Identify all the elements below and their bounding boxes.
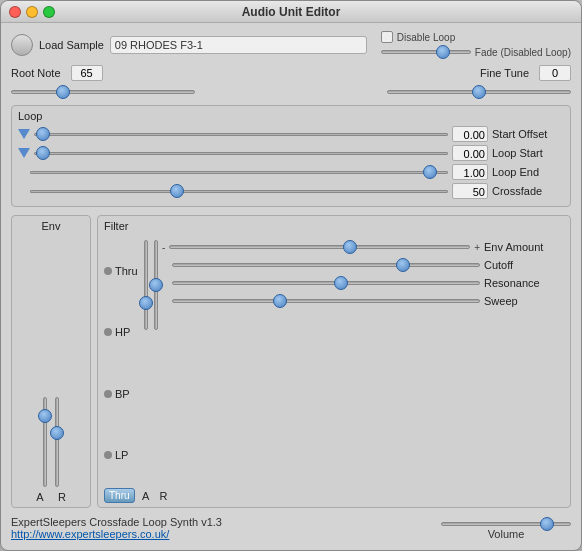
loop-start-label: Loop Start [492,147,564,159]
root-note-slider-thumb[interactable] [56,85,70,99]
start-offset-track[interactable] [34,133,448,136]
crossfade-label: Crossfade [492,185,564,197]
env-a-thumb[interactable] [38,409,52,423]
env-r-track[interactable] [55,397,59,487]
fine-tune-slider[interactable] [387,85,571,99]
fine-tune-label: Fine Tune [480,67,529,79]
loop-row-start-offset: 0.00 Start Offset [18,126,564,142]
footer-left: ExpertSleepers Crossfade Loop Synth v1.3… [11,516,222,540]
cutoff-slider[interactable] [172,258,480,272]
env-r-thumb[interactable] [50,426,64,440]
root-note-field[interactable] [71,65,103,81]
fine-tune-field[interactable] [539,65,571,81]
resonance-track [172,281,480,285]
fade-label: Fade (Disabled Loop) [475,47,571,58]
filter-a-thumb[interactable] [139,296,153,310]
env-amount-slider[interactable] [169,240,470,254]
fine-tune-slider-thumb[interactable] [472,85,486,99]
sweep-thumb[interactable] [273,294,287,308]
loop-row-loop-end: 1.00 Loop End [18,164,564,180]
loop-row-crossfade: 50 Crossfade [18,183,564,199]
bottom-panels: Env A [11,215,571,508]
env-a-track[interactable] [43,397,47,487]
filter-r-thumb[interactable] [149,278,163,292]
env-panel: Env A [11,215,91,508]
filter-bottom-row: Thru A R [104,488,564,503]
volume-label: Volume [488,528,525,540]
env-amount-track [169,245,470,249]
minimize-button[interactable] [26,6,38,18]
close-button[interactable] [9,6,21,18]
filter-r-track[interactable] [154,240,158,330]
loop-start-track[interactable] [34,152,448,155]
fade-slider-row: Fade (Disabled Loop) [381,45,571,59]
loop-end-slider-thumb[interactable] [423,165,437,179]
start-offset-slider-thumb[interactable] [36,127,50,141]
thru-dot [104,267,112,275]
cutoff-track [172,263,480,267]
loop-section-label: Loop [18,110,564,122]
maximize-button[interactable] [43,6,55,18]
root-fine-sliders-row [11,85,571,99]
loop-row-loop-start: 0.00 Loop Start [18,145,564,161]
loop-start-value: 0.00 [452,145,488,161]
sweep-label: Sweep [484,295,564,307]
filter-type-hp[interactable]: HP [104,326,140,338]
env-a-slider [43,397,47,487]
sweep-row: Sweep [162,294,564,308]
env-ar-labels: A R [33,491,69,503]
env-amount-plus: + [474,242,480,253]
loop-end-label: Loop End [492,166,564,178]
env-amount-label: Env Amount [484,241,564,253]
filter-type-col: Thru HP BP LP [104,240,140,486]
filter-vsliders [144,240,158,486]
env-label: Env [42,220,61,232]
env-a-label: A [33,491,47,503]
volume-area: Volume [441,522,571,540]
sample-name-field[interactable] [110,36,367,54]
website-link[interactable]: http://www.expertsleepers.co.uk/ [11,528,169,540]
loop-start-thumb[interactable] [18,148,30,158]
filter-r-label: R [157,490,171,502]
start-offset-thumb[interactable] [18,129,30,139]
env-r-label: R [55,491,69,503]
start-offset-label: Start Offset [492,128,564,140]
resonance-row: Resonance [162,276,564,290]
main-window: Audio Unit Editor Load Sample Disable Lo… [0,0,582,551]
filter-type-thru[interactable]: Thru [104,265,140,277]
resonance-thumb[interactable] [334,276,348,290]
lp-label: LP [115,449,128,461]
volume-slider[interactable] [441,522,571,526]
root-note-label: Root Note [11,67,61,79]
footer: ExpertSleepers Crossfade Loop Synth v1.3… [11,512,571,542]
load-sample-button[interactable] [11,34,33,56]
disable-loop-checkbox[interactable] [381,31,393,43]
crossfade-slider-thumb[interactable] [170,184,184,198]
env-amount-thumb[interactable] [343,240,357,254]
fade-slider[interactable] [381,45,471,59]
filter-thru-button[interactable]: Thru [104,488,135,503]
bp-dot [104,390,112,398]
volume-track [441,522,571,526]
cutoff-row: Cutoff [162,258,564,272]
filter-a-track[interactable] [144,240,148,330]
loop-start-slider-thumb[interactable] [36,146,50,160]
resonance-slider[interactable] [172,276,480,290]
disable-loop-label: Disable Loop [397,32,455,43]
loop-end-track[interactable] [30,171,448,174]
loop-section: Loop 0.00 Start Offset 0.00 Loop Start [11,105,571,207]
fade-slider-track [381,50,471,54]
filter-type-bp[interactable]: BP [104,388,140,400]
fade-slider-thumb[interactable] [436,45,450,59]
cutoff-thumb[interactable] [396,258,410,272]
filter-right: - + Env Amount [162,240,564,486]
disable-loop-row: Disable Loop [381,31,455,43]
filter-type-lp[interactable]: LP [104,449,140,461]
filter-panel: Filter Thru HP BP [97,215,571,508]
root-note-slider[interactable] [11,85,195,99]
crossfade-track[interactable] [30,190,448,193]
load-sample-label: Load Sample [39,39,104,51]
root-note-slider-track [11,90,195,94]
volume-thumb[interactable] [540,517,554,531]
sweep-slider[interactable] [172,294,480,308]
